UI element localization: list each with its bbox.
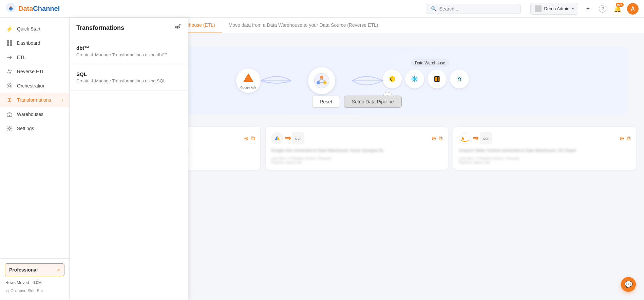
- setup-pipeline-button[interactable]: Setup Data Pipeline: [344, 96, 402, 108]
- reset-button[interactable]: Reset: [312, 96, 340, 108]
- sql-item-desc: Create & Manage Transformations using SQ…: [76, 78, 181, 83]
- google-ads-meta: Last Run: # Pipeline Active / Paused: [271, 156, 443, 160]
- search-icon: 🔍: [431, 6, 437, 12]
- shopify-open-button[interactable]: ⧉: [251, 135, 255, 141]
- topbar-right: Demo Admin ▾ ✦ ? 🔔 99+ A: [530, 3, 639, 15]
- google-ads-desc: Google Ads connected to Data Warehouse: …: [271, 148, 443, 154]
- svg-rect-2: [7, 40, 9, 43]
- reverse-etl-icon: [6, 68, 13, 75]
- hero-actions: Reset Setup Data Pipeline: [312, 96, 401, 108]
- transformations-icon-button[interactable]: [174, 23, 181, 33]
- shopify-add-button[interactable]: ⊕: [244, 135, 248, 142]
- user-selector-name: Demo Admin: [544, 6, 569, 11]
- logo-icon: [5, 2, 16, 13]
- ai-button[interactable]: ✦: [582, 3, 593, 14]
- rows-moved: Rows Moved - 0.0M: [5, 279, 64, 286]
- source-section: Google Ads: [236, 68, 261, 93]
- transformations-arrow-icon: ›: [62, 98, 63, 102]
- search-input[interactable]: [439, 6, 507, 12]
- warehouses-icon: [6, 111, 13, 118]
- source-label: Google Ads: [240, 86, 256, 89]
- svg-rect-10: [9, 115, 10, 117]
- dbt-transformation-item[interactable]: dbt™ Create & Manage Transformations usi…: [70, 38, 188, 64]
- card-arrow-icon-google: ⇒: [285, 134, 291, 143]
- plan-badge: Professional ↗: [5, 263, 64, 276]
- amazon-desc: Amazon Seller Central connected to Data …: [459, 148, 630, 154]
- orchestration-icon: [6, 82, 13, 89]
- collapse-icon: ◁: [5, 288, 8, 293]
- svg-point-1: [9, 7, 13, 11]
- amazon-meta: Last Run: # Pipeline Active / Paused: [459, 156, 630, 160]
- svg-rect-28: [438, 77, 440, 81]
- sidebar-item-dashboard[interactable]: Dashboard: [0, 36, 69, 50]
- dashboard-icon: [6, 40, 13, 46]
- warehouse-icon-snowflake: [405, 69, 424, 88]
- chat-button[interactable]: 💬: [621, 277, 636, 292]
- amazon-add-button[interactable]: ⊕: [620, 135, 624, 142]
- svg-point-13: [314, 73, 329, 88]
- svg-text:Q: Q: [390, 77, 393, 81]
- dropdown-title: Transformations: [76, 24, 124, 32]
- help-icon: ?: [599, 5, 606, 13]
- pipeline-card-google-ads: ⇒ icon ⊕ ⧉ Google Ads connected to Data …: [266, 127, 448, 170]
- sidebar-item-quick-start[interactable]: ⚡ Quick Start: [0, 22, 69, 36]
- etl-icon: [6, 54, 13, 61]
- card-actions-google: ⊕ ⧉: [432, 135, 442, 142]
- dbt-item-desc: Create & Manage Transformations using db…: [76, 52, 181, 57]
- sidebar-nav: ⚡ Quick Start Dashboard ETL Reverse ETL: [0, 18, 69, 258]
- collapse-sidebar-button[interactable]: ◁ Collapse Side Bar: [5, 286, 64, 295]
- logo-text: DataChannel: [18, 5, 60, 13]
- search-bar[interactable]: 🔍: [426, 4, 521, 14]
- topbar: DataChannel 🔍 Demo Admin ▾ ✦ ? 🔔 99+ A: [0, 0, 644, 18]
- warehouse-icon-redshift: [428, 69, 447, 88]
- user-avatar-button[interactable]: A: [627, 3, 639, 15]
- card-actions-shopify: ⊕ ⧉: [244, 135, 255, 142]
- card-icons-google-ads: ⇒ icon: [271, 132, 304, 144]
- svg-rect-5: [10, 43, 12, 46]
- svg-point-14: [320, 76, 323, 79]
- chevron-down-icon: ▾: [572, 7, 574, 11]
- sidebar-item-warehouses[interactable]: Warehouses: [0, 107, 69, 121]
- sidebar-item-orchestration[interactable]: Orchestration: [0, 79, 69, 93]
- sidebar-item-etl[interactable]: ETL: [0, 50, 69, 64]
- help-button[interactable]: ?: [597, 3, 608, 14]
- sidebar-item-reverse-etl[interactable]: Reverse ETL: [0, 64, 69, 79]
- mid-processor-icon: [308, 67, 335, 94]
- svg-point-6: [8, 85, 11, 87]
- google-open-button[interactable]: ⧉: [439, 135, 442, 141]
- card-top-amazon: a ⇒ icon ⊕ ⧉: [459, 132, 630, 144]
- pipeline-card-amazon: a ⇒ icon ⊕ ⧉: [453, 127, 636, 170]
- amazon-open-button[interactable]: ⧉: [627, 135, 630, 141]
- sql-transformation-item[interactable]: SQL Create & Manage Transformations usin…: [70, 64, 188, 91]
- sidebar-item-settings[interactable]: Settings: [0, 121, 69, 136]
- transformations-dropdown-panel: Transformations dbt™ Create & Manage Tra…: [70, 18, 188, 300]
- plan-name: Professional: [9, 267, 38, 273]
- sidebar-item-transformations[interactable]: Transformations ›: [0, 93, 69, 107]
- card-actions-amazon: ⊕ ⧉: [620, 135, 630, 142]
- notifications-button[interactable]: 🔔 99+: [612, 3, 623, 14]
- card-top-google-ads: ⇒ icon ⊕ ⧉: [271, 132, 443, 144]
- warehouse-icon-mysql: [450, 69, 469, 88]
- svg-point-25: [414, 78, 415, 80]
- amazon-meta2: Pipeline status info: [459, 160, 630, 164]
- sql-item-title: SQL: [76, 71, 181, 77]
- warehouse-icon-clickhouse: Q: [383, 69, 402, 88]
- logo: DataChannel: [5, 2, 73, 15]
- plan-link-icon[interactable]: ↗: [56, 267, 60, 273]
- sidebar-footer: Professional ↗ Rows Moved - 0.0M ◁ Colla…: [0, 258, 69, 300]
- svg-point-11: [8, 127, 11, 129]
- svg-point-12: [176, 26, 178, 28]
- google-ads-dest-icon: icon: [292, 132, 304, 144]
- dbt-item-title: dbt™: [76, 45, 181, 51]
- user-selector[interactable]: Demo Admin ▾: [530, 3, 578, 15]
- tab-reverse-etl[interactable]: Move data from a Data Warehouse to your …: [222, 18, 385, 33]
- google-ads-meta2: Pipeline status info: [271, 160, 443, 164]
- chat-icon: 💬: [624, 280, 633, 288]
- google-ads-source-icon: [271, 132, 283, 144]
- main-layout: ⚡ Quick Start Dashboard ETL Reverse ETL: [0, 18, 644, 300]
- card-icons-amazon: a ⇒ icon: [459, 132, 492, 144]
- dropdown-header: Transformations: [70, 18, 188, 38]
- svg-rect-3: [10, 40, 12, 43]
- connector-right: [335, 67, 383, 94]
- google-add-button[interactable]: ⊕: [432, 135, 436, 142]
